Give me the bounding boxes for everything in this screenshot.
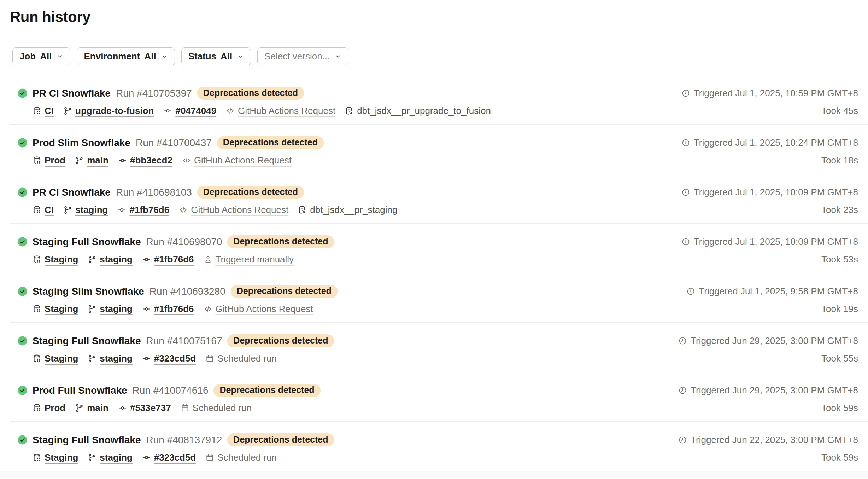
run-success-icon xyxy=(18,187,27,197)
branch-link[interactable]: upgrade-to-fusion xyxy=(75,105,154,116)
commit-link[interactable]: #533e737 xyxy=(130,403,171,414)
trigger-label[interactable]: GitHub Actions Request xyxy=(216,304,313,314)
run-main: Staging Slim Snowflake Run #410693280 De… xyxy=(33,285,338,315)
triggered-line: Triggered Jul 1, 2025, 10:59 PM GMT+8 xyxy=(681,87,858,100)
environment-database-icon xyxy=(33,453,41,462)
run-job-name: Staging Slim Snowflake xyxy=(33,286,144,297)
triggered-time: Triggered Jun 22, 2025, 3:00 PM GMT+8 xyxy=(691,434,858,445)
calendar-icon xyxy=(181,404,189,412)
trigger-item: Scheduled run xyxy=(205,353,277,364)
git-branch-icon xyxy=(88,255,96,264)
environment-database-icon xyxy=(33,206,41,214)
commit-link[interactable]: #1fb76d6 xyxy=(154,254,194,265)
environment-item: Staging xyxy=(33,254,78,265)
filter-bar: Job All Environment All Status All Selec… xyxy=(0,31,868,75)
run-row[interactable]: Staging Full Snowflake Run #408137912 De… xyxy=(0,422,868,471)
branch-link[interactable]: staging xyxy=(100,452,132,463)
triggered-time: Triggered Jul 1, 2025, 10:24 PM GMT+8 xyxy=(694,137,858,148)
branch-item: staging xyxy=(88,353,132,364)
branch-link[interactable]: staging xyxy=(100,304,132,314)
environment-link[interactable]: Staging xyxy=(45,304,78,314)
trigger-label[interactable]: GitHub Actions Request xyxy=(191,204,288,215)
commit-link[interactable]: #323cd5d xyxy=(154,353,196,364)
commit-link[interactable]: #0474049 xyxy=(175,105,216,116)
run-number: Run #410693280 xyxy=(149,286,225,297)
git-branch-icon xyxy=(75,156,84,165)
filter-dropdown[interactable]: Select version... xyxy=(257,47,348,65)
branch-item: staging xyxy=(88,304,132,314)
run-job-name: PR CI Snowflake xyxy=(33,187,111,198)
page-title: Run history xyxy=(10,8,858,25)
environment-link[interactable]: Prod xyxy=(45,155,65,166)
run-row[interactable]: Staging Full Snowflake Run #410075167 De… xyxy=(0,323,868,372)
run-row[interactable]: PR CI Snowflake Run #410698103 Deprecati… xyxy=(0,174,868,224)
run-row[interactable]: Staging Slim Snowflake Run #410693280 De… xyxy=(0,273,868,323)
run-title-line: Staging Full Snowflake Run #410075167 De… xyxy=(33,334,334,347)
commit-icon xyxy=(142,453,151,462)
run-row[interactable]: Prod Full Snowflake Run #410074616 Depre… xyxy=(0,372,868,422)
git-branch-icon xyxy=(63,106,72,115)
run-duration: Took 45s xyxy=(821,104,858,117)
environment-link[interactable]: CI xyxy=(45,105,54,116)
chevron-down-icon xyxy=(161,53,168,60)
commit-link[interactable]: #1fb76d6 xyxy=(129,204,169,215)
commit-item: #bb3ecd2 xyxy=(118,155,172,166)
branch-item: main xyxy=(75,403,108,414)
triggered-line: Triggered Jun 29, 2025, 3:00 PM GMT+8 xyxy=(678,334,858,347)
run-number: Run #410698070 xyxy=(146,236,222,248)
trigger-label[interactable]: Triggered manually xyxy=(216,254,294,265)
run-job-name: Staging Full Snowflake xyxy=(33,434,141,446)
environment-link[interactable]: Prod xyxy=(45,403,65,414)
calendar-icon xyxy=(205,354,214,363)
environment-link[interactable]: Staging xyxy=(45,254,78,265)
filter-dropdown[interactable]: Job All xyxy=(12,47,70,65)
run-job-name: Prod Full Snowflake xyxy=(33,385,127,396)
environment-database-icon xyxy=(33,354,41,363)
commit-link[interactable]: #bb3ecd2 xyxy=(130,155,172,166)
run-row[interactable]: Prod Slim Snowflake Run #410700437 Depre… xyxy=(0,125,868,174)
clock-icon xyxy=(678,435,687,444)
code-icon xyxy=(204,305,212,313)
filter-dropdown[interactable]: Status All xyxy=(181,47,251,65)
run-row[interactable]: Staging Full Snowflake Run #410698070 De… xyxy=(0,224,868,273)
triggered-time: Triggered Jul 1, 2025, 9:58 PM GMT+8 xyxy=(699,286,858,297)
run-job-name: PR CI Snowflake xyxy=(33,88,111,99)
page-header: Run history xyxy=(0,0,868,31)
environment-link[interactable]: CI xyxy=(45,204,54,215)
run-meta-line: Staging staging xyxy=(33,451,334,464)
environment-database-icon xyxy=(33,404,41,412)
branch-link[interactable]: staging xyxy=(100,254,132,265)
list-footer xyxy=(0,471,868,478)
run-title-line: Prod Slim Snowflake Run #410700437 Depre… xyxy=(33,136,324,149)
filter-dropdown[interactable]: Environment All xyxy=(77,47,175,65)
commit-link[interactable]: #323cd5d xyxy=(154,452,196,463)
environment-item: CI xyxy=(33,105,54,116)
branch-link[interactable]: staging xyxy=(100,353,132,364)
environment-database-icon xyxy=(33,305,41,313)
deprecations-badge: Deprecations detected xyxy=(227,235,334,248)
triggered-line: Triggered Jul 1, 2025, 10:09 PM GMT+8 xyxy=(681,235,858,248)
commit-icon xyxy=(117,206,126,214)
run-job-name: Staging Full Snowflake xyxy=(33,236,141,248)
trigger-label[interactable]: GitHub Actions Request xyxy=(194,155,292,166)
branch-link[interactable]: staging xyxy=(75,204,108,215)
schema-database-icon xyxy=(298,206,307,214)
trigger-item: GitHub Actions Request xyxy=(182,155,292,166)
environment-item: Prod xyxy=(33,403,65,414)
run-right: Triggered Jul 1, 2025, 10:24 PM GMT+8 To… xyxy=(681,136,858,167)
trigger-item: GitHub Actions Request xyxy=(226,105,335,116)
branch-item: staging xyxy=(63,204,108,215)
commit-icon xyxy=(142,255,151,264)
environment-link[interactable]: Staging xyxy=(45,353,78,364)
branch-link[interactable]: main xyxy=(87,155,108,166)
environment-item: Staging xyxy=(33,452,78,463)
commit-item: #1fb76d6 xyxy=(117,204,169,215)
trigger-label[interactable]: GitHub Actions Request xyxy=(238,105,335,116)
commit-icon xyxy=(118,156,127,165)
environment-link[interactable]: Staging xyxy=(45,452,78,463)
code-icon xyxy=(182,156,191,165)
git-branch-icon xyxy=(75,404,84,412)
commit-link[interactable]: #1fb76d6 xyxy=(154,304,194,314)
run-row[interactable]: PR CI Snowflake Run #410705397 Deprecati… xyxy=(0,75,868,125)
branch-link[interactable]: main xyxy=(87,403,108,414)
